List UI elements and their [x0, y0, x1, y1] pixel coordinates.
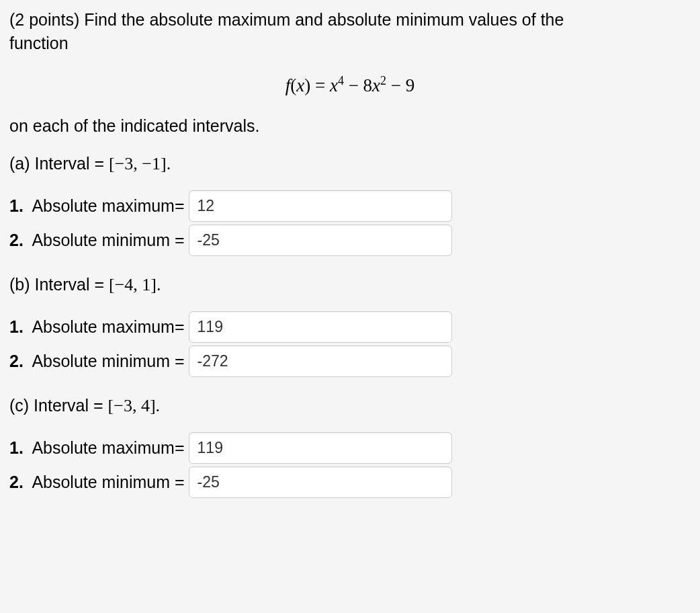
equation: f(x) = x4 − 8x2 − 9 — [9, 74, 691, 96]
interval-b-max-row: 1. Absolute maximum= — [9, 311, 691, 343]
interval-b-prefix: (b) Interval = — [9, 275, 109, 294]
interval-c-block: (c) Interval = [−3, 4]. 1. Absolute maxi… — [9, 396, 691, 498]
interval-a-min-label: 2. Absolute minimum = — [9, 231, 185, 250]
interval-c-min-input[interactable] — [189, 466, 452, 498]
interval-c-label: (c) Interval = [−3, 4]. — [9, 396, 691, 416]
intervals-intro: on each of the indicated intervals. — [9, 115, 691, 138]
problem-line2: function — [9, 34, 69, 52]
interval-b-max-label: 1. Absolute maximum= — [9, 317, 185, 337]
interval-a-max-row: 1. Absolute maximum= — [9, 190, 691, 222]
interval-c-max-input[interactable] — [189, 432, 452, 464]
interval-b-min-row: 2. Absolute minimum = — [9, 345, 691, 377]
interval-c-min-label: 2. Absolute minimum = — [9, 473, 185, 492]
problem-container: (2 points) Find the absolute maximum and… — [0, 0, 700, 525]
interval-c-math: [−3, 4]. — [108, 396, 160, 415]
problem-line1: Find the absolute maximum and absolute m… — [84, 10, 564, 29]
interval-b-min-input[interactable] — [189, 345, 452, 377]
interval-b-min-label: 2. Absolute minimum = — [9, 352, 185, 371]
interval-c-prefix: (c) Interval = — [9, 396, 108, 415]
interval-c-min-row: 2. Absolute minimum = — [9, 466, 691, 498]
problem-statement: (2 points) Find the absolute maximum and… — [9, 8, 691, 55]
interval-a-max-label: 1. Absolute maximum= — [9, 196, 185, 216]
interval-a-math: [−3, −1]. — [109, 154, 171, 173]
interval-a-prefix: (a) Interval = — [9, 154, 109, 173]
interval-b-max-input[interactable] — [189, 311, 452, 343]
interval-a-min-row: 2. Absolute minimum = — [9, 224, 691, 256]
interval-a-block: (a) Interval = [−3, −1]. 1. Absolute max… — [9, 154, 691, 256]
interval-b-block: (b) Interval = [−4, 1]. 1. Absolute maxi… — [9, 275, 691, 377]
interval-b-label: (b) Interval = [−4, 1]. — [9, 275, 691, 295]
interval-a-label: (a) Interval = [−3, −1]. — [9, 154, 691, 174]
interval-b-math: [−4, 1]. — [109, 275, 161, 294]
interval-a-max-input[interactable] — [189, 190, 452, 222]
points-label: (2 points) — [9, 10, 79, 29]
interval-a-min-input[interactable] — [189, 224, 452, 256]
interval-c-max-label: 1. Absolute maximum= — [9, 438, 185, 458]
interval-c-max-row: 1. Absolute maximum= — [9, 432, 691, 464]
